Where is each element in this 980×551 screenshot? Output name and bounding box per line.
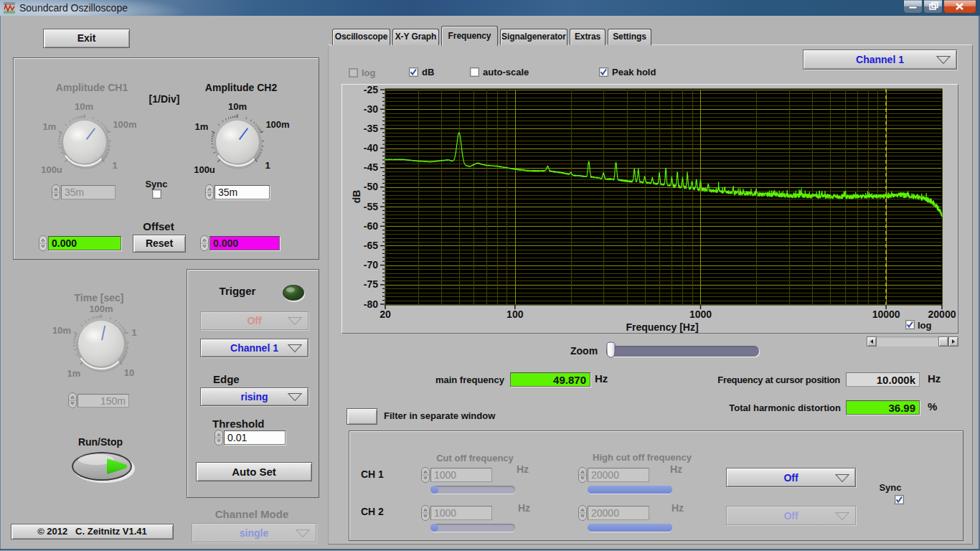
svg-text:-70: -70 bbox=[364, 259, 378, 270]
svg-text:1000: 1000 bbox=[689, 309, 712, 320]
svg-text:-40: -40 bbox=[364, 142, 378, 154]
svg-text:20: 20 bbox=[380, 309, 391, 320]
svg-text:100: 100 bbox=[507, 309, 524, 320]
svg-text:-30: -30 bbox=[364, 103, 378, 115]
svg-text:-35: -35 bbox=[364, 123, 378, 134]
svg-text:-60: -60 bbox=[364, 220, 378, 232]
svg-text:-25: -25 bbox=[364, 84, 378, 95]
svg-text:-45: -45 bbox=[364, 161, 378, 173]
svg-text:-75: -75 bbox=[364, 278, 378, 290]
svg-text:20000: 20000 bbox=[928, 309, 956, 320]
svg-text:-80: -80 bbox=[364, 298, 378, 310]
svg-text:Frequency [Hz]: Frequency [Hz] bbox=[626, 321, 698, 333]
svg-text:10000: 10000 bbox=[872, 309, 900, 320]
svg-text:-50: -50 bbox=[364, 181, 378, 192]
svg-text:dB: dB bbox=[351, 190, 362, 204]
svg-text:-65: -65 bbox=[364, 240, 378, 251]
svg-text:-55: -55 bbox=[364, 201, 378, 212]
